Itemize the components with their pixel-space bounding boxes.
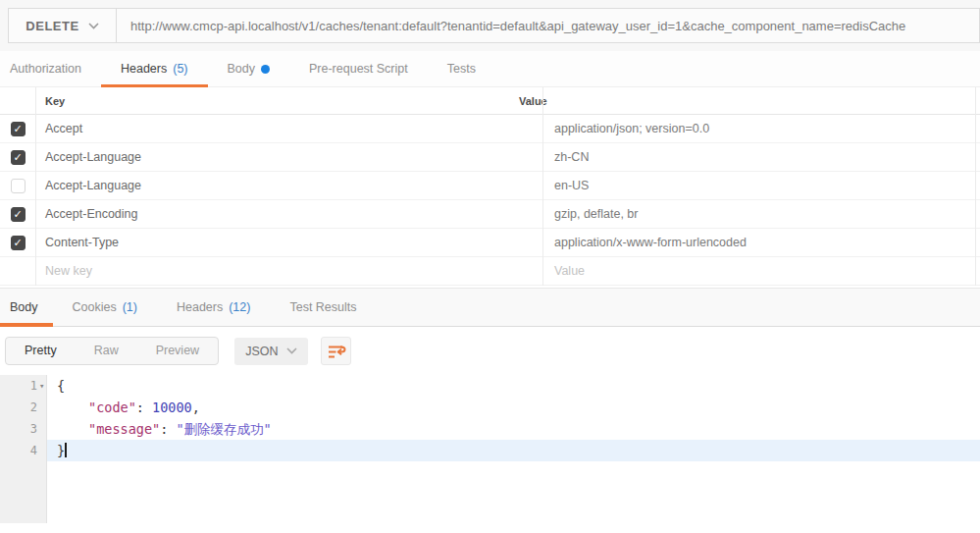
table-header-row: Key Value [0, 87, 980, 115]
request-url-strip: DELETE http://www.cmcp-api.localhost/v1/… [0, 0, 980, 51]
table-row: ✓ Accept-Language en-US [0, 172, 980, 200]
tab-pre-request-script[interactable]: Pre-request Script [289, 51, 428, 86]
header-value-field[interactable]: application/json; version=0.0 [542, 122, 980, 135]
response-tab-body[interactable]: Body [0, 289, 53, 326]
table-row: ✓ Accept application/json; version=0.0 [0, 115, 980, 143]
row-checkbox[interactable]: ✓ [11, 150, 26, 165]
headers-table: Key Value ✓ Accept application/json; ver… [0, 87, 980, 286]
table-row: ✓ Content-Type application/x-www-form-ur… [0, 229, 980, 257]
column-divider [542, 87, 543, 286]
header-key-field[interactable]: Accept-Language [35, 150, 542, 164]
header-key-field[interactable]: Content-Type [35, 236, 542, 249]
text-cursor [65, 443, 67, 457]
json-line: 3 "message": "删除缓存成功" [0, 418, 980, 440]
header-value-field[interactable]: application/x-www-form-urlencoded [542, 236, 980, 249]
cookies-count-badge: (1) [123, 300, 137, 314]
response-body-editor[interactable]: 1 ▾ { 2 "code": 10000, 3 "message": "删除缓… [0, 375, 980, 523]
url-input[interactable]: http://www.cmcp-api.localhost/v1/caches/… [117, 9, 979, 42]
headers-count-badge: (5) [173, 62, 187, 76]
tab-tests[interactable]: Tests [428, 51, 495, 86]
header-key-field[interactable]: Accept-Encoding [35, 207, 542, 221]
wrap-text-button[interactable] [321, 337, 351, 365]
response-tab-headers[interactable]: Headers (12) [157, 289, 270, 326]
header-value-field[interactable]: zh-CN [542, 150, 980, 164]
line-number: 1 [0, 375, 37, 397]
header-value-field[interactable]: en-US [542, 179, 980, 192]
view-mode-preview[interactable]: Preview [137, 338, 218, 364]
request-tabs: Authorization Headers (5) Body Pre-reque… [0, 51, 980, 87]
view-mode-group: Pretty Raw Preview [5, 337, 219, 365]
json-line: 1 ▾ { [0, 375, 980, 397]
tab-authorization[interactable]: Authorization [10, 51, 101, 86]
column-divider [975, 87, 976, 286]
wrap-text-icon [327, 342, 346, 361]
chevron-down-icon [286, 347, 297, 354]
table-row: ✓ Accept-Encoding gzip, deflate, br [0, 200, 980, 229]
response-tab-test-results[interactable]: Test Results [270, 289, 376, 326]
header-value-field[interactable]: gzip, deflate, br [542, 207, 980, 221]
view-mode-raw[interactable]: Raw [76, 338, 137, 364]
json-line: 4 } [0, 440, 980, 461]
new-value-input[interactable]: Value [542, 264, 980, 278]
response-view-toolbar: Pretty Raw Preview JSON [5, 337, 980, 365]
table-row: ✓ Accept-Language zh-CN [0, 143, 980, 172]
new-key-input[interactable]: New key [35, 264, 542, 278]
method-label: DELETE [26, 19, 78, 33]
chevron-down-icon [88, 23, 99, 29]
header-key-field[interactable]: Accept [35, 122, 542, 135]
key-column-header: Key [0, 95, 507, 107]
view-mode-pretty[interactable]: Pretty [6, 338, 76, 364]
body-modified-dot-icon [261, 65, 270, 74]
column-divider [35, 87, 36, 286]
value-column-header: Value [507, 95, 980, 107]
new-header-row: New key Value [0, 257, 980, 286]
header-key-field[interactable]: Accept-Language [35, 179, 542, 192]
url-bar: DELETE http://www.cmcp-api.localhost/v1/… [8, 8, 980, 43]
response-tabs: Body Cookies (1) Headers (12) Test Resul… [0, 288, 980, 327]
row-checkbox[interactable]: ✓ [11, 122, 26, 136]
format-select[interactable]: JSON [234, 338, 308, 365]
tab-headers[interactable]: Headers (5) [101, 51, 208, 86]
line-number: 2 [0, 397, 37, 418]
row-checkbox[interactable]: ✓ [11, 236, 26, 250]
line-number: 3 [0, 418, 37, 440]
row-checkbox[interactable]: ✓ [11, 207, 26, 222]
method-select[interactable]: DELETE [9, 9, 117, 42]
row-checkbox[interactable]: ✓ [11, 179, 26, 193]
collapse-triangle-icon[interactable]: ▾ [39, 375, 44, 397]
line-number: 4 [0, 440, 37, 461]
response-headers-count-badge: (12) [229, 300, 250, 314]
response-tab-cookies[interactable]: Cookies (1) [53, 289, 157, 326]
tab-body[interactable]: Body [208, 51, 290, 86]
json-line: 2 "code": 10000, [0, 397, 980, 418]
